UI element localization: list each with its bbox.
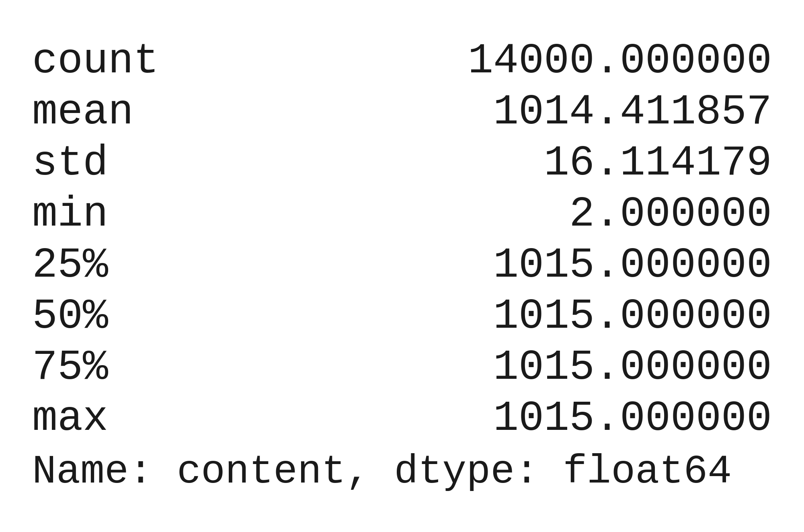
table-row: mean1014.411857 (32, 88, 772, 136)
stats-output: count14000.000000mean1014.411857std16.11… (0, 0, 804, 532)
table-row: 75%1015.000000 (32, 344, 772, 392)
stat-value: 1015.000000 (201, 344, 772, 392)
stats-footer: Name: content, dtype: float64 (32, 449, 772, 495)
stat-value: 1015.000000 (201, 293, 772, 341)
stat-label: 75% (32, 344, 201, 392)
stat-value: 14000.000000 (201, 37, 772, 85)
stat-value: 2.000000 (201, 191, 772, 238)
stat-value: 1014.411857 (201, 88, 772, 136)
table-row: min2.000000 (32, 191, 772, 238)
stat-label: 25% (32, 242, 201, 290)
table-row: std16.114179 (32, 140, 772, 187)
table-row: max1015.000000 (32, 395, 772, 443)
stat-label: mean (32, 88, 201, 136)
stat-label: min (32, 191, 201, 238)
table-row: count14000.000000 (32, 37, 772, 85)
stat-label: std (32, 140, 201, 187)
stat-value: 1015.000000 (201, 242, 772, 290)
stat-label: max (32, 395, 201, 443)
stat-label: count (32, 37, 201, 85)
table-row: 25%1015.000000 (32, 242, 772, 290)
table-row: 50%1015.000000 (32, 293, 772, 341)
stat-value: 16.114179 (201, 140, 772, 187)
stat-label: 50% (32, 293, 201, 341)
stat-value: 1015.000000 (201, 395, 772, 443)
